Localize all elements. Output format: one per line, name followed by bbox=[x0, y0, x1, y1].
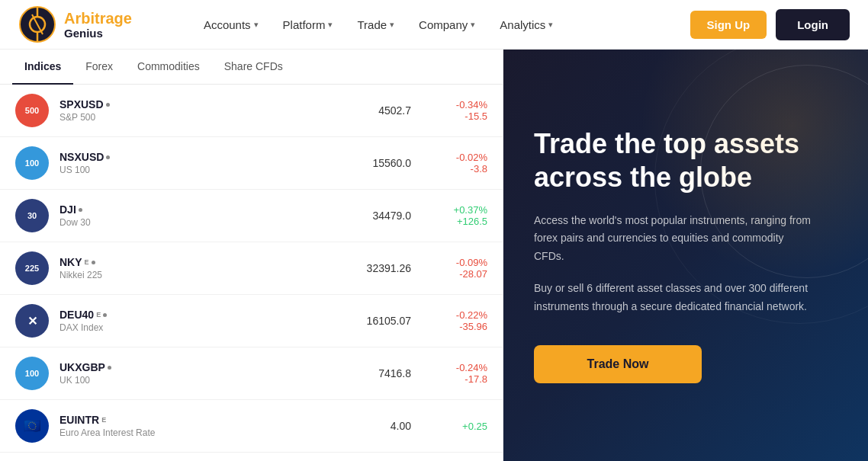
change-percent: +0.37% bbox=[426, 204, 487, 216]
live-dot bbox=[103, 313, 107, 317]
instrument-name: Dow 30 bbox=[59, 217, 342, 228]
nav-trade[interactable]: Trade ▾ bbox=[346, 12, 405, 37]
tab-share-cfds[interactable]: Share CFDs bbox=[212, 50, 295, 85]
instrument-badge: ✕ bbox=[15, 304, 49, 338]
instrument-change: -0.22% -35.96 bbox=[426, 309, 487, 332]
instrument-price: 34479.0 bbox=[342, 210, 411, 222]
instrument-info: NSXUSD US 100 bbox=[59, 151, 342, 175]
instrument-change: -0.34% -15.5 bbox=[426, 99, 487, 122]
header: Arbitrage Genius Accounts ▾ Platform ▾ T… bbox=[0, 0, 868, 50]
chevron-down-icon: ▾ bbox=[328, 20, 333, 30]
tab-forex[interactable]: Forex bbox=[73, 50, 125, 85]
chevron-down-icon: ▾ bbox=[471, 20, 475, 30]
instrument-symbol: NKYE bbox=[59, 256, 342, 268]
chevron-down-icon: ▾ bbox=[254, 20, 259, 30]
instrument-info: EUINTRE Euro Area Interest Rate bbox=[59, 414, 342, 438]
change-value: -28.07 bbox=[426, 268, 487, 280]
live-dot bbox=[79, 208, 82, 212]
right-panel: Trade the top assets across the globe Ac… bbox=[503, 50, 868, 461]
list-item[interactable]: ✕ DEU40E DAX Index 16105.07 -0.22% -35.9… bbox=[0, 295, 503, 347]
instrument-price: 7416.8 bbox=[342, 367, 411, 379]
change-percent: -0.09% bbox=[426, 257, 487, 268]
instrument-badge: 225 bbox=[15, 251, 49, 285]
change-value: -3.8 bbox=[426, 163, 487, 174]
logo-subtitle: Genius bbox=[64, 27, 132, 40]
nav-accounts[interactable]: Accounts ▾ bbox=[193, 12, 269, 37]
instrument-info: DEU40E DAX Index bbox=[59, 309, 342, 333]
instrument-info: UKXGBP UK 100 bbox=[59, 361, 342, 386]
logo-icon bbox=[18, 5, 56, 43]
instrument-price: 16105.07 bbox=[342, 315, 411, 327]
change-value: +0.25 bbox=[426, 421, 487, 432]
instrument-symbol: DEU40E bbox=[59, 309, 342, 321]
live-dot bbox=[106, 103, 110, 107]
logo[interactable]: Arbitrage Genius bbox=[18, 5, 132, 43]
list-item[interactable]: 30 DJI Dow 30 34479.0 +0.37% +126.5 bbox=[0, 190, 503, 242]
tab-commodities[interactable]: Commodities bbox=[125, 50, 212, 85]
trade-now-button[interactable]: Trade Now bbox=[534, 345, 702, 383]
instruments-list: 500 SPXUSD S&P 500 4502.7 -0.34% -15.5 1… bbox=[0, 85, 503, 459]
instrument-symbol: EUINTRE bbox=[59, 414, 342, 426]
instrument-change: +0.37% +126.5 bbox=[426, 204, 487, 227]
main-nav: Accounts ▾ Platform ▾ Trade ▾ Company ▾ … bbox=[193, 12, 690, 37]
instrument-info: DJI Dow 30 bbox=[59, 203, 342, 228]
live-dot bbox=[106, 155, 110, 159]
instrument-name: Nikkei 225 bbox=[59, 270, 342, 280]
superscript-e: E bbox=[85, 258, 89, 266]
chevron-down-icon: ▾ bbox=[548, 20, 553, 30]
instrument-price: 15560.0 bbox=[342, 157, 411, 169]
chevron-down-icon: ▾ bbox=[390, 20, 394, 30]
instrument-badge: 100 bbox=[15, 357, 49, 390]
tab-indices[interactable]: Indices bbox=[12, 50, 73, 85]
instrument-badge: 🇪🇺 bbox=[15, 409, 49, 443]
instrument-name: S&P 500 bbox=[59, 112, 342, 123]
left-panel: Indices Forex Commodities Share CFDs 500… bbox=[0, 50, 503, 461]
change-percent: -0.34% bbox=[426, 99, 487, 110]
instrument-price: 4502.7 bbox=[342, 104, 411, 117]
live-dot bbox=[108, 366, 111, 370]
list-item[interactable]: 🇦🇺 AUINTRE Australia Interest Rate 4.10 … bbox=[0, 453, 503, 459]
nav-company[interactable]: Company ▾ bbox=[408, 12, 486, 37]
instrument-price: 32391.26 bbox=[342, 262, 411, 274]
instrument-change: -0.09% -28.07 bbox=[426, 257, 487, 280]
instrument-name: US 100 bbox=[59, 165, 342, 175]
change-percent: -0.02% bbox=[426, 152, 487, 163]
superscript-e: E bbox=[101, 416, 106, 424]
change-percent: -0.24% bbox=[426, 362, 487, 373]
list-item[interactable]: 100 NSXUSD US 100 15560.0 -0.02% -3.8 bbox=[0, 137, 503, 190]
nav-analytics[interactable]: Analytics ▾ bbox=[489, 12, 564, 37]
instrument-change: +0.25 bbox=[426, 421, 487, 432]
list-item[interactable]: 225 NKYE Nikkei 225 32391.26 -0.09% -28.… bbox=[0, 242, 503, 295]
instrument-symbol: SPXUSD bbox=[59, 98, 342, 110]
instrument-change: -0.24% -17.8 bbox=[426, 362, 487, 385]
list-item[interactable]: 🇪🇺 EUINTRE Euro Area Interest Rate 4.00 … bbox=[0, 400, 503, 453]
instrument-tabs: Indices Forex Commodities Share CFDs bbox=[0, 50, 503, 85]
instrument-name: Euro Area Interest Rate bbox=[59, 427, 342, 438]
change-value: -35.96 bbox=[426, 321, 487, 332]
instrument-name: DAX Index bbox=[59, 322, 342, 333]
logo-title: Arbitrage bbox=[64, 10, 132, 27]
instrument-change: -0.02% -3.8 bbox=[426, 152, 487, 174]
header-actions: Sign Up Login bbox=[690, 9, 850, 40]
instrument-badge: 30 bbox=[15, 199, 49, 232]
list-item[interactable]: 500 SPXUSD S&P 500 4502.7 -0.34% -15.5 bbox=[0, 85, 503, 137]
signup-button[interactable]: Sign Up bbox=[690, 11, 767, 39]
login-button[interactable]: Login bbox=[776, 9, 850, 40]
change-value: -17.8 bbox=[426, 373, 487, 385]
logo-text: Arbitrage Genius bbox=[64, 10, 132, 40]
instrument-info: NKYE Nikkei 225 bbox=[59, 256, 342, 280]
instrument-price: 4.00 bbox=[342, 420, 411, 432]
instrument-symbol: UKXGBP bbox=[59, 361, 342, 373]
change-value: -15.5 bbox=[426, 110, 487, 122]
instrument-symbol: DJI bbox=[59, 203, 342, 216]
instrument-info: SPXUSD S&P 500 bbox=[59, 98, 342, 123]
main-content: Indices Forex Commodities Share CFDs 500… bbox=[0, 50, 868, 461]
change-percent: -0.22% bbox=[426, 309, 487, 321]
change-value: +126.5 bbox=[426, 216, 487, 227]
superscript-e: E bbox=[96, 311, 101, 319]
nav-platform[interactable]: Platform ▾ bbox=[272, 12, 344, 37]
instrument-symbol: NSXUSD bbox=[59, 151, 342, 163]
list-item[interactable]: 100 UKXGBP UK 100 7416.8 -0.24% -17.8 bbox=[0, 347, 503, 400]
live-dot bbox=[92, 261, 95, 264]
instrument-name: UK 100 bbox=[59, 375, 342, 386]
